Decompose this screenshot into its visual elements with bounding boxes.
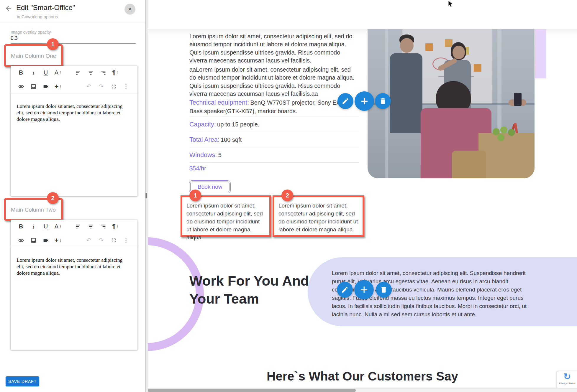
more-options-icon[interactable]: ⋮ (120, 81, 132, 91)
delete-block-button[interactable] (376, 282, 392, 298)
insert-plus-icon[interactable]: +⋮ (52, 235, 64, 245)
underline-icon[interactable]: U (40, 68, 52, 78)
opacity-input[interactable] (11, 35, 136, 44)
editor-toolbar-row1: B i U A⋮ ¶⋮ (11, 220, 137, 233)
align-left-icon[interactable] (72, 68, 84, 78)
trash-icon (379, 97, 387, 105)
add-block-button[interactable]: + (354, 280, 374, 299)
column-one-label: Main Column One (11, 53, 56, 59)
close-icon[interactable]: × (125, 4, 135, 14)
add-block-button[interactable]: + (355, 91, 374, 111)
fullscreen-icon[interactable] (107, 235, 120, 245)
edit-sidebar: Edit "Smart-Office" in Coworking options… (0, 0, 145, 392)
plus-icon: + (360, 95, 368, 108)
annotation-badge-1: 1 (189, 190, 201, 201)
italic-icon[interactable]: i (27, 68, 40, 78)
align-right-icon[interactable] (97, 222, 109, 232)
font-style-icon[interactable]: A⋮ (52, 68, 64, 78)
underline-icon[interactable]: U (40, 222, 52, 232)
spec-technical-equipment: Technical equipment: BenQ W770ST project… (189, 98, 359, 115)
annotation-badge-2: 2 (47, 192, 59, 204)
opacity-field-label: Image overlay opacity (11, 30, 51, 34)
italic-icon[interactable]: i (27, 222, 40, 232)
editor-one-content[interactable]: Lorem ipsum dolor sit amet, consectetur … (11, 94, 137, 196)
divider-line (189, 116, 359, 116)
insert-image-icon[interactable] (27, 235, 40, 245)
page-subtitle: in Coworking options (17, 14, 58, 19)
align-left-icon[interactable] (72, 222, 84, 232)
mouse-cursor (447, 1, 454, 9)
rich-text-editor-one: B i U A⋮ ¶⋮ +⋮ ↶ ↷ ⋮ Lorem i (11, 66, 137, 196)
intro-paragraph-two: aaLorem ipsum dolor sit amet, consectetu… (189, 66, 359, 98)
redo-icon[interactable]: ↷ (95, 235, 107, 245)
team-section-heading: Work For You And Your Team (189, 272, 313, 308)
divider-line (189, 147, 359, 147)
customers-section-heading: Here`s What Our Customers Say (148, 369, 577, 383)
insert-video-icon[interactable] (40, 81, 52, 91)
scrollbar-thumb[interactable] (148, 389, 356, 392)
insert-image-icon[interactable] (27, 81, 40, 91)
back-icon[interactable] (5, 4, 14, 13)
link-icon[interactable] (15, 235, 27, 245)
editor-two-content[interactable]: Lorem ipsum dolor sit amet, consectetur … (11, 248, 137, 350)
plus-icon: + (360, 283, 368, 296)
annotation-badge-2: 2 (281, 190, 293, 201)
editor-toolbar-row2: +⋮ ↶ ↷ ⋮ (11, 80, 137, 93)
divider-line (189, 162, 359, 163)
site-header (148, 0, 577, 29)
spec-windows: Windows: 5 (189, 151, 359, 159)
delete-block-button[interactable] (375, 93, 391, 109)
align-center-icon[interactable] (84, 68, 97, 78)
annotation-box-column-one: Main Column One 1 (4, 44, 63, 67)
align-right-icon[interactable] (97, 68, 109, 78)
bold-icon[interactable]: B (15, 68, 27, 78)
pane-resize-divider[interactable] (145, 0, 148, 392)
edit-block-button[interactable] (337, 93, 353, 109)
resize-handle-icon[interactable] (144, 193, 147, 198)
more-options-icon[interactable]: ⋮ (120, 235, 132, 245)
align-center-icon[interactable] (84, 222, 97, 232)
page-builder-app: Edit "Smart-Office" in Coworking options… (0, 0, 577, 392)
paragraph-style-icon[interactable]: ¶⋮ (109, 222, 122, 232)
annotated-column-two-preview: 2 Lorem ipsum dolor sit amet, consectetu… (273, 195, 364, 237)
rich-text-editor-two: B i U A⋮ ¶⋮ +⋮ ↶ ↷ ⋮ Lorem i (11, 220, 137, 350)
purple-accent-bar (535, 29, 546, 78)
spec-total-area: Total Area: 100 sqft (189, 136, 359, 144)
annotation-badge-1: 1 (47, 38, 59, 50)
editor-toolbar-row2: +⋮ ↶ ↷ ⋮ (11, 233, 137, 247)
recaptcha-terms[interactable]: Privacy - Terms (557, 382, 577, 385)
sidebar-header: Edit "Smart-Office" in Coworking options (0, 0, 145, 22)
insert-plus-icon[interactable]: +⋮ (52, 81, 64, 91)
photo-overlay (368, 29, 535, 178)
fullscreen-icon[interactable] (107, 81, 120, 91)
recaptcha-badge[interactable]: ↻ Privacy - Terms (557, 371, 577, 388)
column-one-preview-text: Lorem ipsum dolor sit amet, consectetur … (186, 202, 263, 241)
pencil-icon (342, 97, 349, 105)
annotated-column-one-preview: 1 Lorem ipsum dolor sit amet, consectetu… (181, 195, 271, 237)
office-photo (368, 29, 535, 178)
recaptcha-icon: ↻ (557, 371, 577, 382)
redo-icon[interactable]: ↷ (95, 81, 107, 91)
undo-icon[interactable]: ↶ (83, 235, 95, 245)
price-per-hour: $54/hr (189, 165, 206, 172)
spec-capacity: Capacity: up to 15 people. (189, 121, 359, 128)
link-icon[interactable] (15, 81, 27, 91)
horizontal-scrollbar[interactable] (148, 388, 577, 392)
insert-video-icon[interactable] (40, 235, 52, 245)
divider-line (189, 132, 359, 132)
site-preview-pane: Cozy Space HOME ABOUT US SERVICES PRICIN… (148, 0, 577, 392)
annotation-box-column-two: Main Column Two 2 (4, 198, 63, 221)
save-draft-button[interactable]: SAVE DRAFT (6, 376, 39, 386)
page-title: Edit "Smart-Office" (16, 4, 75, 12)
bold-icon[interactable]: B (15, 222, 27, 232)
trash-icon (380, 286, 388, 294)
undo-icon[interactable]: ↶ (83, 81, 95, 91)
column-two-label: Main Column Two (11, 207, 56, 213)
pencil-icon (341, 286, 349, 294)
paragraph-style-icon[interactable]: ¶⋮ (109, 68, 122, 78)
font-style-icon[interactable]: A⋮ (52, 222, 64, 232)
intro-paragraph-one: Lorem ipsum dolor sit amet, consectetur … (189, 32, 359, 65)
edit-block-button[interactable] (337, 282, 353, 298)
column-two-preview-text: Lorem ipsum dolor sit amet, consectetur … (278, 202, 358, 233)
editor-toolbar-row1: B i U A⋮ ¶⋮ (11, 66, 137, 80)
